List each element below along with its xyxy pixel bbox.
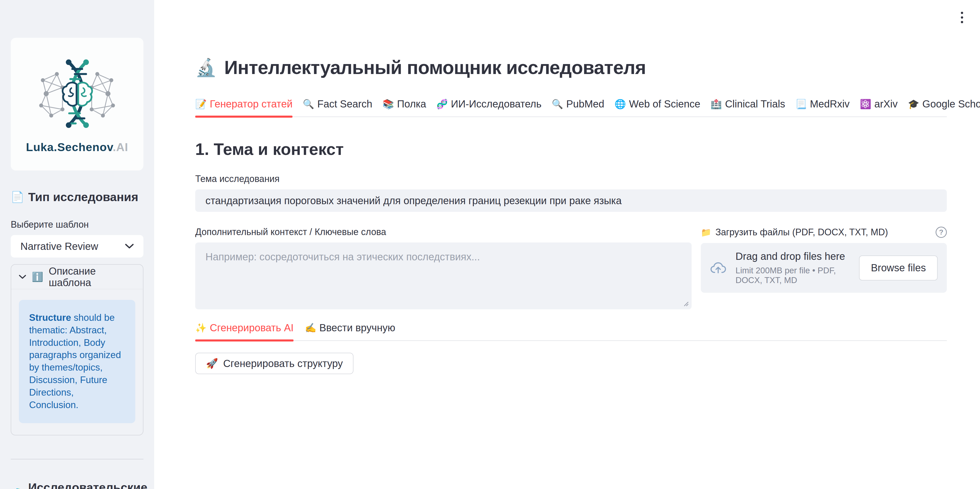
dot (961, 16, 963, 19)
agents-title: Исследовательские агенты (28, 480, 147, 489)
tab-enter-manually[interactable]: ✍️ Ввести вручную (305, 322, 395, 340)
main-tabbar: 📝 Генератор статей 🔍 Fact Search 📚 Полка… (195, 98, 947, 117)
writing-hand-icon: ✍️ (305, 323, 316, 333)
dot (961, 21, 963, 23)
tab-shelf[interactable]: 📚 Полка (383, 98, 426, 116)
main-area: 🔬 Интеллектуальный помощник исследовател… (154, 0, 980, 489)
microscope-icon: 🔬 (195, 57, 217, 78)
memo-icon: 📝 (195, 99, 207, 110)
dna-icon: 🧬 (436, 99, 448, 110)
info-text-bold: Structure (29, 312, 71, 323)
logo-card: Luka.Sechenov.AI (11, 38, 143, 170)
browse-files-button[interactable]: Browse files (859, 255, 938, 280)
context-column: Дополнительный контекст / Ключевые слова (195, 227, 692, 311)
dot (961, 12, 963, 14)
logo-image (26, 54, 128, 139)
tab-label: arXiv (874, 98, 897, 110)
template-description-expander: ℹ️ Описание шаблона Structure should be … (11, 264, 143, 435)
tab-label: Web of Science (629, 98, 700, 110)
topic-label: Тема исследования (195, 174, 947, 184)
logo-text-suffix: .AI (113, 141, 128, 154)
generate-structure-button[interactable]: 🚀 Сгенерировать структуру (195, 353, 353, 374)
page-title-text: Интеллектуальный помощник исследователя (224, 57, 646, 78)
search-icon: 🔍 (303, 99, 314, 110)
dropzone-title: Drag and drop files here (735, 251, 850, 262)
tab-label: Полка (397, 98, 426, 110)
dropzone-hint: Limit 200MB per file • PDF, DOCX, TXT, M… (735, 266, 850, 285)
tab-label: Сгенерировать AI (210, 322, 294, 334)
main-content: 🔬 Интеллектуальный помощник исследовател… (154, 0, 980, 374)
logo-wordmark: Luka.Sechenov.AI (26, 141, 128, 154)
tab-label: Clinical Trials (725, 98, 785, 110)
document-icon: 📄 (11, 191, 24, 203)
file-dropzone[interactable]: Drag and drop files here Limit 200MB per… (701, 243, 947, 293)
tab-ai-researcher[interactable]: 🧬 ИИ-Исследователь (436, 98, 542, 116)
tab-label: Google Scholar (922, 98, 980, 110)
template-select-label: Выберите шаблон (11, 219, 143, 230)
tab-fact-search[interactable]: 🔍 Fact Search (303, 98, 372, 116)
search-icon: 🔍 (552, 99, 563, 110)
template-select-value: Narrative Review (21, 241, 98, 252)
context-upload-row: Дополнительный контекст / Ключевые слова… (195, 227, 947, 311)
page-title: 🔬 Интеллектуальный помощник исследовател… (195, 57, 947, 78)
tab-label: Ввести вручную (319, 322, 395, 334)
app-menu-button[interactable] (959, 10, 965, 25)
graduation-cap-icon: 🎓 (908, 99, 919, 110)
info-icon: ℹ️ (32, 272, 43, 282)
context-label: Дополнительный контекст / Ключевые слова (195, 227, 692, 237)
info-text: should be thematic: Abstract, Introducti… (29, 312, 121, 410)
logo-text-primary: Luka.Sechenov (26, 141, 113, 154)
chevron-down-icon (125, 244, 134, 249)
tab-label: MedRxiv (810, 98, 850, 110)
tab-label: Генератор статей (210, 98, 293, 110)
rocket-icon: 🚀 (206, 358, 218, 369)
tab-web-of-science[interactable]: 🌐 Web of Science (614, 98, 700, 116)
generate-button-label: Сгенерировать структуру (223, 358, 343, 369)
hospital-icon: 🏥 (711, 99, 722, 110)
sparkles-icon: ✨ (195, 323, 207, 333)
research-type-title: Тип исследования (28, 190, 138, 204)
tab-arxiv[interactable]: ⚛️ arXiv (860, 98, 897, 116)
help-icon[interactable]: ? (935, 227, 947, 238)
tab-google-scholar[interactable]: 🎓 Google Scholar (908, 98, 980, 116)
tab-label: PubMed (566, 98, 605, 110)
tab-label: ИИ-Исследователь (451, 98, 542, 110)
section-title: 1. Тема и контекст (195, 140, 947, 159)
folder-icon: 📁 (701, 228, 711, 237)
chevron-down-icon (19, 274, 26, 279)
template-select[interactable]: Narrative Review (11, 235, 143, 258)
globe-icon: 🌍 (11, 488, 24, 489)
context-textarea[interactable] (195, 242, 692, 309)
globe-icon: 🌐 (614, 99, 626, 110)
tab-clinical-trials[interactable]: 🏥 Clinical Trials (711, 98, 785, 116)
agents-heading: 🌍 Исследовательские агенты (11, 480, 143, 489)
upload-label: Загрузить файлы (PDF, DOCX, TXT, MD) (715, 227, 888, 237)
cloud-upload-icon (710, 258, 726, 277)
books-icon: 📚 (383, 99, 394, 110)
sidebar: Luka.Sechenov.AI 📄 Тип исследования Выбе… (0, 0, 154, 489)
structure-tabbar: ✨ Сгенерировать AI ✍️ Ввести вручную (195, 322, 947, 341)
tab-article-generator[interactable]: 📝 Генератор статей (195, 98, 293, 116)
upload-column: 📁 Загрузить файлы (PDF, DOCX, TXT, MD) ?… (701, 227, 947, 311)
expander-title: Описание шаблона (49, 265, 135, 288)
tab-medrxiv[interactable]: 📃 MedRxiv (795, 98, 850, 116)
topic-input[interactable] (195, 190, 947, 212)
page-icon: 📃 (795, 99, 807, 110)
template-info-box: Structure should be thematic: Abstract, … (19, 300, 135, 423)
sidebar-divider (11, 459, 143, 459)
expander-header[interactable]: ℹ️ Описание шаблона (11, 264, 143, 289)
atom-icon: ⚛️ (860, 99, 871, 110)
tab-label: Fact Search (317, 98, 372, 110)
expander-body: Structure should be thematic: Abstract, … (11, 289, 143, 435)
research-type-heading: 📄 Тип исследования (11, 190, 143, 204)
tab-generate-ai[interactable]: ✨ Сгенерировать AI (195, 322, 293, 340)
tab-pubmed[interactable]: 🔍 PubMed (552, 98, 605, 116)
